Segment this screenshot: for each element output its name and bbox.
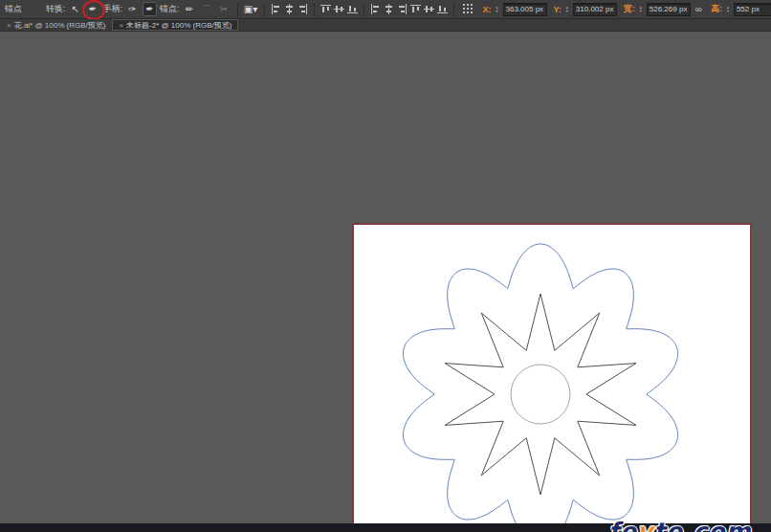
watermark-text: te.com: [653, 518, 751, 532]
distribute-center-h-icon[interactable]: [384, 4, 394, 14]
y-input[interactable]: 310.002 px: [573, 3, 617, 16]
hide-handles-icon[interactable]: ✒: [143, 2, 157, 16]
artboard[interactable]: [352, 223, 752, 532]
tab-untitled-2[interactable]: × 未标题-2* @ 100% (RGB/预览): [112, 19, 238, 31]
separator: [237, 3, 238, 16]
height-field-label: 高:: [711, 3, 722, 15]
separator: [264, 3, 265, 16]
illustrator-window: { "options_bar": { "anchor_title": "锚点",…: [0, 0, 771, 532]
anchor-panel-title: 锚点: [5, 3, 22, 15]
options-bar: 锚点 转换: ↖ ✒ 手柄: ✑ ✒ 锚点: ✏ ⌒ ✂ ▣▾ X: ▲▼ 36…: [0, 0, 771, 19]
watermark-accent: v: [637, 518, 653, 532]
height-input[interactable]: 552 px: [734, 3, 771, 16]
convert-to-smooth-icon[interactable]: ✒: [86, 2, 100, 16]
align-dropdown-box-icon: ▣: [244, 5, 253, 14]
y-stepper[interactable]: ▲▼: [565, 6, 569, 13]
width-input[interactable]: 526.269 px: [647, 3, 691, 16]
align-target-dropdown[interactable]: ▣▾: [244, 2, 258, 16]
x-field-label: X:: [483, 5, 492, 14]
anchors-group-label: 锚点:: [160, 3, 180, 15]
watermark-text: fe: [608, 518, 637, 532]
distribute-middle-v-icon[interactable]: [424, 4, 434, 14]
cut-path-icon[interactable]: ✂: [217, 2, 231, 16]
canvas-area[interactable]: fevte.com: [0, 32, 771, 532]
separator: [453, 3, 454, 16]
tab-hua-ai[interactable]: × 花.ai* @ 100% (RGB/预览): [0, 19, 112, 31]
show-handles-icon[interactable]: ✑: [125, 2, 140, 16]
distribute-top-icon[interactable]: [410, 4, 421, 14]
convert-to-corner-icon[interactable]: ↖: [69, 2, 83, 16]
document-tab-bar: × 花.ai* @ 100% (RGB/预览) × 未标题-2* @ 100% …: [0, 19, 771, 32]
align-center-h-icon[interactable]: [284, 4, 295, 14]
separator: [314, 3, 315, 16]
x-stepper[interactable]: ▲▼: [496, 6, 499, 13]
close-icon[interactable]: ×: [119, 21, 123, 30]
align-middle-v-icon[interactable]: [334, 4, 344, 14]
convert-to-smooth-wrap: ✒: [86, 2, 100, 16]
tab-label: 未标题-2* @ 100% (RGB/预览): [126, 20, 231, 31]
align-top-icon[interactable]: [320, 4, 331, 14]
close-icon[interactable]: ×: [7, 21, 11, 30]
reference-point-grid-icon[interactable]: [463, 4, 474, 14]
width-stepper[interactable]: ▲▼: [639, 6, 643, 13]
constrain-proportions-icon[interactable]: ∞: [695, 4, 702, 14]
y-field-label: Y:: [554, 5, 562, 14]
separator: [363, 3, 364, 16]
x-input[interactable]: 363.005 px: [503, 3, 547, 16]
width-field-label: 宽:: [624, 3, 635, 15]
connect-endpoints-icon[interactable]: ⌒: [200, 2, 214, 16]
center-circle[interactable]: [511, 365, 570, 424]
distribute-left-icon[interactable]: [370, 4, 381, 14]
artboard-svg[interactable]: [354, 225, 750, 532]
handles-group-label: 手柄:: [103, 3, 123, 15]
align-bottom-icon[interactable]: [347, 4, 358, 14]
align-left-icon[interactable]: [271, 4, 281, 14]
chevron-down-icon: ▾: [253, 5, 257, 14]
distribute-right-icon[interactable]: [397, 4, 408, 14]
distribute-bottom-icon[interactable]: [437, 4, 448, 14]
convert-group-label: 转换:: [46, 3, 66, 15]
height-stepper[interactable]: ▲▼: [726, 6, 730, 13]
star-path[interactable]: [445, 294, 636, 495]
watermark: fevte.com: [608, 518, 752, 532]
tab-label: 花.ai* @ 100% (RGB/预览): [14, 20, 106, 31]
align-right-icon[interactable]: [297, 4, 308, 14]
remove-anchor-icon[interactable]: ✏: [183, 2, 197, 16]
flower-outline-path[interactable]: [403, 244, 677, 532]
